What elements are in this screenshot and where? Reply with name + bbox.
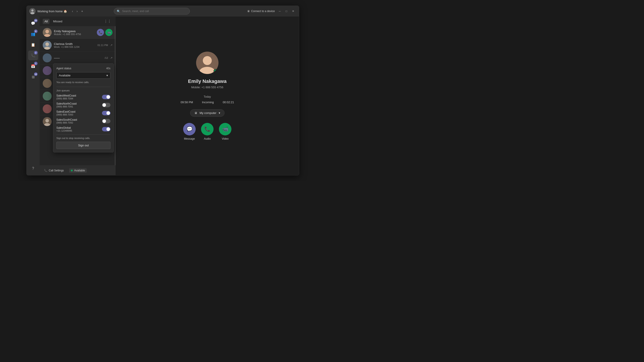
toggle-ssc[interactable]	[102, 119, 110, 123]
queue-item-ssc: SalesSouthCoast (999) 888-7092	[56, 118, 110, 124]
user-avatar	[29, 8, 36, 14]
maximize-button[interactable]: □	[283, 8, 290, 14]
contact-sub-emily: Mobile: +1 888 555 4756	[54, 33, 94, 35]
left-panel: All Missed ⋮⋮ Emily Nakagawa	[40, 16, 116, 175]
sidebar-item-contacts[interactable]: 📋	[28, 40, 38, 50]
queue-info-swc: SalesWestCoast (999) 888-7094	[56, 94, 76, 100]
svg-point-4	[46, 30, 49, 33]
toggle-sec[interactable]	[102, 111, 110, 115]
call-direction: Incoming	[202, 100, 214, 104]
profile-phone: Mobile: +1 888 555 4756	[191, 86, 223, 89]
contact-item-clarissa[interactable]: Clarissa Smith Work: +1 888 555 1234 01:…	[40, 39, 116, 52]
sidebar-item-help[interactable]: ?	[28, 164, 38, 173]
sidebar: 💬 20 👥 6 📋 📞 2 📅 1 ⊞ 12	[26, 16, 40, 175]
more-options-button[interactable]: ⋮⋮	[103, 19, 112, 24]
available-dot	[71, 170, 73, 171]
nav-buttons: ‹ › +	[71, 8, 84, 14]
toggle-snc[interactable]	[102, 103, 110, 107]
video-button[interactable]: 📹	[219, 123, 232, 135]
my-computer-button[interactable]: 🖥 My computer ▾	[190, 109, 224, 117]
online-indicator	[214, 69, 218, 73]
scrollbar[interactable]	[115, 26, 116, 165]
tab-all[interactable]: All	[43, 19, 50, 24]
chat-badge: 20	[34, 19, 38, 22]
contact-time-3: /12	[105, 56, 108, 59]
queue-phone-ssc: (999) 888-7092	[56, 121, 77, 124]
contact-info-emily: Emily Nakagawa Mobile: +1 888 555 4756	[54, 29, 94, 35]
contact-name-clarissa: Clarissa Smith	[54, 42, 95, 45]
contact-item-emily[interactable]: Emily Nakagawa Mobile: +1 888 555 4756 📞…	[40, 26, 116, 39]
contact-item-3[interactable]: —— /12 ↗	[40, 52, 116, 64]
action-group-message: 💬 Message	[183, 123, 196, 140]
status-dropdown[interactable]: Available ▾	[56, 72, 110, 79]
contacts-icon: 📋	[31, 43, 35, 47]
connect-device-button[interactable]: 🖥 Connect to a device	[247, 9, 275, 13]
search-input[interactable]	[122, 9, 187, 13]
contact-avatar-7	[43, 104, 52, 113]
audio-label: Audio	[204, 137, 211, 140]
contact-name-emily: Emily Nakagawa	[54, 29, 94, 33]
back-button[interactable]: ‹	[71, 8, 74, 14]
title-bar: Working from home 🏠 ‹ › + 🔍 🖥 Connect to…	[26, 6, 299, 16]
app-window: Working from home 🏠 ‹ › + 🔍 🖥 Connect to…	[26, 5, 299, 175]
join-queues-label: Join queues	[56, 89, 110, 92]
message-button[interactable]: 💬	[183, 123, 196, 135]
panel-header: All Missed ⋮⋮	[40, 16, 116, 26]
svg-point-1	[31, 9, 34, 12]
add-tab-button[interactable]: +	[80, 8, 84, 14]
call-settings-button[interactable]: 📞 Call Settings	[42, 168, 66, 173]
right-panel: Emily Nakagawa Mobile: +1 888 555 4756 T…	[116, 16, 299, 175]
chevron-down-icon: ▾	[106, 74, 108, 77]
available-label: Available	[74, 169, 85, 172]
sidebar-item-calendar[interactable]: 📅 1	[28, 61, 38, 71]
agent-popup-header: Agent status 40s	[56, 67, 110, 70]
monitor-icon: 🖥	[194, 111, 197, 115]
minimize-button[interactable]: ─	[276, 8, 283, 14]
svg-point-10	[46, 119, 49, 122]
call-history-row: 09:58 PM Incoming 00:02:21	[180, 100, 234, 104]
queue-item-sec: SalesEastCoast (999) 888-7093	[56, 110, 110, 116]
queue-item-snc: SalesNorthCoast (999) 888-7091	[56, 102, 110, 108]
call-button-emily[interactable]: 📞	[97, 29, 104, 36]
queue-item-sg: SalesGlobal +21 12348995	[56, 126, 110, 132]
sidebar-item-apps[interactable]: ⊞ 12	[28, 72, 38, 82]
queue-name-snc: SalesNorthCoast	[56, 102, 77, 105]
queue-phone-swc: (999) 888-7094	[56, 97, 76, 100]
search-bar: 🔍	[114, 8, 190, 14]
sign-out-note: Sign out to stop receiving calls.	[56, 137, 110, 139]
queue-info-ssc: SalesSouthCoast (999) 888-7092	[56, 118, 77, 124]
available-status-button[interactable]: Available	[69, 168, 86, 173]
contact-avatar-5	[43, 79, 52, 88]
call-duration: 00:02:21	[223, 100, 234, 104]
svg-point-13	[203, 56, 212, 65]
divider-1	[56, 87, 110, 87]
sign-out-button[interactable]: Sign out	[56, 142, 110, 149]
toggle-swc[interactable]	[102, 95, 110, 99]
video-label: Video	[222, 137, 228, 140]
call-settings-icon: 📞	[44, 169, 48, 172]
queue-name-sg: SalesGlobal	[56, 126, 72, 129]
video-button-emily[interactable]: 📹	[105, 29, 112, 36]
chevron-down-icon: ▾	[219, 111, 220, 115]
sidebar-item-chat[interactable]: 💬 20	[28, 18, 38, 28]
sidebar-item-people[interactable]: 👥 6	[28, 29, 38, 39]
queue-phone-snc: (999) 888-7091	[56, 105, 77, 108]
close-button[interactable]: ✕	[290, 8, 296, 14]
queue-info-snc: SalesNorthCoast (999) 888-7091	[56, 102, 77, 108]
agent-timer: 40s	[106, 67, 110, 70]
contact-sub-clarissa: Work: +1 888 555 1234	[54, 45, 95, 48]
contact-actions-emily: 📞 📹	[97, 29, 112, 36]
profile-name: Emily Nakagawa	[188, 78, 226, 84]
status-value: Available	[59, 74, 71, 77]
forward-button[interactable]: ›	[75, 8, 79, 14]
contact-avatar-4	[43, 66, 52, 75]
contact-avatar-emily	[43, 28, 52, 37]
tab-missed[interactable]: Missed	[51, 19, 64, 24]
monitor-icon: 🖥	[247, 9, 250, 13]
contact-time-clarissa: 01:11 PM	[98, 44, 108, 46]
sidebar-item-calls[interactable]: 📞 2	[28, 50, 38, 60]
call-history: Today 09:58 PM Incoming 00:02:21	[180, 95, 234, 104]
toggle-sg[interactable]	[102, 127, 110, 131]
audio-button[interactable]: 📞	[201, 123, 214, 135]
contact-avatar-8	[43, 117, 52, 126]
